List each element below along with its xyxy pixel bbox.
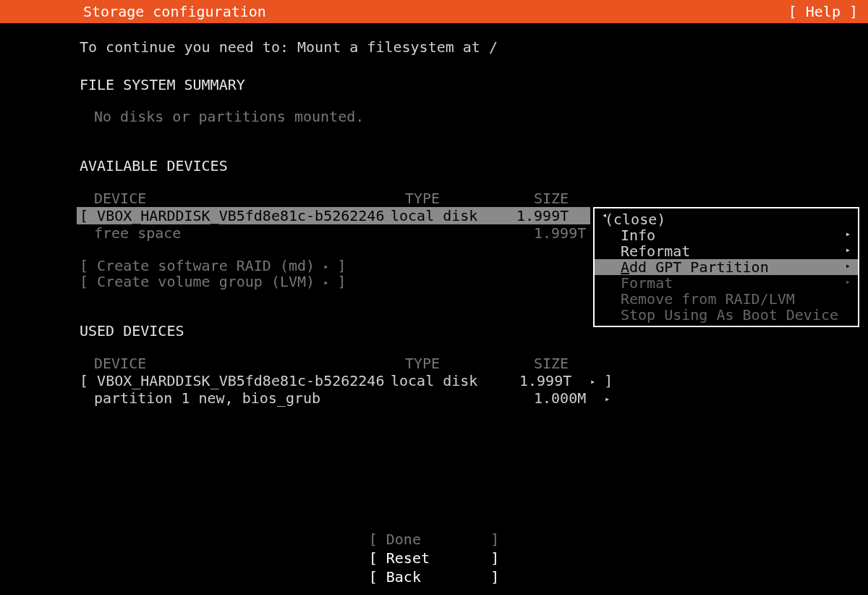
- page-title: Storage configuration: [83, 3, 266, 20]
- popup-close[interactable]: ◂ (close): [595, 211, 858, 227]
- used-device-type: local disk: [391, 372, 519, 389]
- chevron-right-icon: ▸: [846, 245, 851, 255]
- device-action-popup: ◂ (close) Info ▸ Reformat ▸ Add GPT Part…: [593, 207, 859, 327]
- col-device-used: DEVICE: [94, 355, 405, 372]
- popup-stop-boot: Stop Using As Boot Device: [595, 307, 858, 323]
- col-type: TYPE: [405, 190, 534, 207]
- partition-size: 1.000M: [534, 389, 599, 407]
- available-heading: AVAILABLE DEVICES: [80, 158, 868, 174]
- popup-remove-raid-lvm: Remove from RAID/LVM: [595, 291, 858, 307]
- used-partition-row[interactable]: partition 1 new, bios_grub 1.000M ▸: [80, 389, 868, 407]
- used-columns: DEVICE TYPE SIZE: [80, 355, 868, 372]
- used-device-size: 1.999T: [519, 372, 584, 389]
- bottom-buttons: [ Done ] [ Reset ] [ Back ]: [0, 530, 868, 586]
- help-button[interactable]: [ Help ]: [788, 3, 858, 20]
- available-columns: DEVICE TYPE SIZE: [80, 190, 868, 207]
- partition-label: partition 1 new, bios_grub: [94, 389, 534, 407]
- popup-add-gpt-partition[interactable]: Add GPT Partition ▸: [595, 259, 858, 275]
- back-button[interactable]: [ Back ]: [0, 567, 868, 586]
- device-size: 1.999T: [516, 207, 582, 224]
- chevron-right-icon: ▸: [846, 229, 851, 239]
- chevron-left-icon: ◂: [602, 210, 607, 220]
- free-space-size: 1.999T: [534, 224, 599, 242]
- used-device-row[interactable]: [ VBOX_HARDDISK_VB5fd8e81c-b5262246 loca…: [80, 372, 868, 389]
- chevron-right-icon: ▸: [605, 394, 610, 404]
- device-type: local disk: [391, 207, 516, 224]
- col-type-used: TYPE: [405, 355, 534, 372]
- free-space-label: free space: [94, 224, 405, 242]
- used-device-name: [ VBOX_HARDDISK_VB5fd8e81c-b5262246: [80, 372, 391, 389]
- chevron-right-icon: ▸: [846, 277, 851, 287]
- popup-reformat[interactable]: Reformat ▸: [595, 243, 858, 259]
- reset-button[interactable]: [ Reset ]: [0, 549, 868, 567]
- popup-info[interactable]: Info ▸: [595, 227, 858, 243]
- col-device: DEVICE: [94, 190, 405, 207]
- fs-summary-heading: FILE SYSTEM SUMMARY: [80, 77, 868, 93]
- device-name: [ VBOX_HARDDISK_VB5fd8e81c-b5262246: [80, 207, 391, 224]
- popup-format: Format ▸: [595, 275, 858, 291]
- fs-summary-empty: No disks or partitions mounted.: [80, 109, 868, 125]
- instruction-text: To continue you need to: Mount a filesys…: [80, 39, 868, 55]
- col-size-used: SIZE: [534, 355, 599, 372]
- done-button[interactable]: [ Done ]: [0, 530, 868, 549]
- col-size: SIZE: [534, 190, 599, 207]
- title-bar: Storage configuration [ Help ]: [0, 0, 868, 23]
- chevron-right-icon: ▸: [590, 376, 595, 387]
- available-device-selected[interactable]: [ VBOX_HARDDISK_VB5fd8e81c-b5262246 loca…: [77, 207, 590, 224]
- chevron-right-icon: ▸: [846, 261, 851, 271]
